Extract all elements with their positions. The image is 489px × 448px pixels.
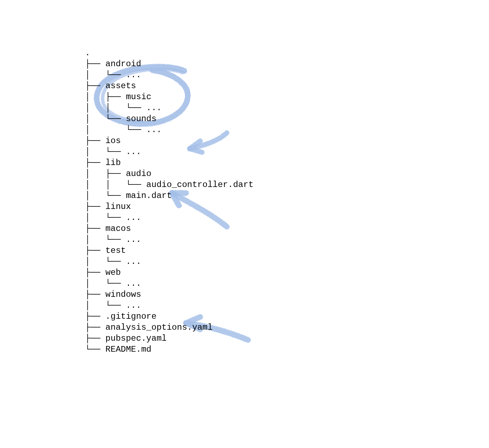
tree-line: │ ├── music (85, 92, 151, 102)
tree-line: │ └── ... (85, 279, 141, 288)
tree-line: └── README.md (85, 345, 151, 354)
tree-line: ├── web (85, 268, 121, 277)
tree-line: ├── .gitignore (85, 312, 157, 321)
directory-tree: . ├── android │ └── ... ├── assets │ ├──… (85, 47, 253, 355)
tree-line: │ ├── audio (85, 169, 151, 178)
tree-line: │ └── ... (85, 301, 141, 310)
tree-line: ├── android (85, 59, 141, 69)
tree-line: │ └── ... (85, 70, 141, 80)
tree-line: ├── analysis_options.yaml (85, 323, 213, 332)
tree-line: │ └── sounds (85, 114, 157, 124)
tree-line: │ └── ... (85, 147, 141, 157)
tree-line: ├── pubspec.yaml (85, 334, 167, 343)
tree-line: ├── lib (85, 158, 121, 168)
tree-line: │ │ └── audio_controller.dart (85, 180, 253, 189)
tree-line: │ └── ... (85, 235, 141, 244)
tree-line: ├── ios (85, 136, 121, 146)
diagram-stage: . ├── android │ └── ... ├── assets │ ├──… (0, 0, 489, 448)
tree-line: ├── windows (85, 290, 141, 299)
tree-line: . (85, 48, 90, 58)
tree-line: │ └── ... (85, 125, 162, 135)
tree-line: ├── assets (85, 81, 136, 91)
tree-line: ├── macos (85, 224, 131, 233)
tree-line: │ └── ... (85, 213, 141, 222)
tree-line: ├── test (85, 246, 126, 255)
tree-line: │ └── ... (85, 257, 141, 266)
tree-line: │ └── main.dart (85, 191, 172, 200)
tree-line: ├── linux (85, 202, 131, 211)
tree-line: │ │ └── ... (85, 103, 162, 113)
